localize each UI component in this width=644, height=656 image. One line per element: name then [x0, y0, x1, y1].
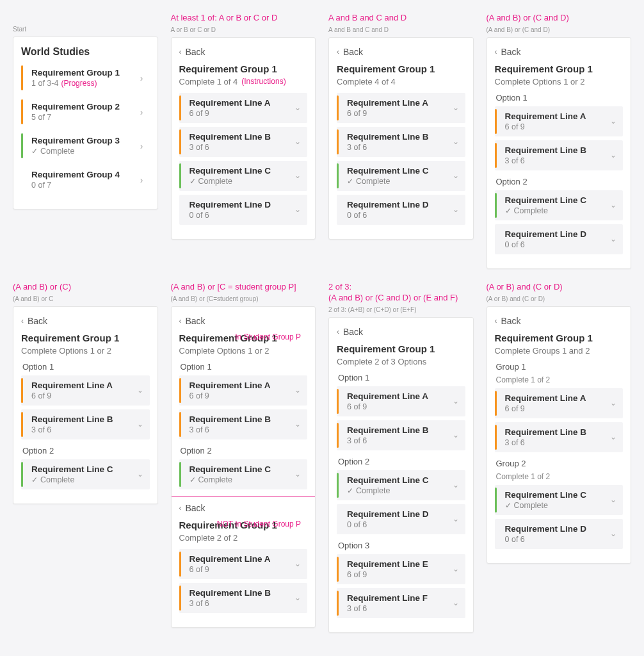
row-subtitle: ✓Complete — [505, 501, 611, 510]
requirement-row[interactable]: Requirement Line E6 of 9⌄ — [337, 554, 465, 584]
check-icon: ✓ — [505, 501, 511, 510]
page-title: Requirement Group 1 — [179, 63, 308, 74]
chevron-down-icon: ⌄ — [610, 398, 616, 407]
chevron-left-icon: ‹ — [495, 316, 497, 325]
back-button[interactable]: ‹Back — [337, 327, 465, 337]
requirement-row[interactable]: Requirement Group 3✓Complete› — [21, 131, 150, 161]
chevron-down-icon: ⌄ — [137, 470, 143, 479]
requirement-row[interactable]: Requirement Line C✓Complete⌄ — [337, 470, 465, 500]
requirement-row[interactable]: Requirement Group 11 of 3-4(Progress)› — [21, 63, 150, 93]
back-button[interactable]: ‹Back — [179, 47, 308, 57]
status-stripe — [337, 557, 339, 582]
requirement-row[interactable]: Requirement Line B3 of 6⌄ — [179, 127, 308, 157]
back-button[interactable]: ‹Back — [337, 47, 465, 57]
chevron-down-icon: ⌄ — [294, 103, 301, 112]
row-subtitle: ✓Complete — [347, 486, 453, 495]
requirement-row[interactable]: Requirement Line A6 of 9⌄ — [179, 549, 308, 579]
requirement-row[interactable]: Requirement Line C✓Complete⌄ — [495, 190, 624, 220]
requirement-row[interactable]: Requirement Line D0 of 6⌄ — [337, 195, 465, 225]
instructions: Complete Options 1 or 2 — [495, 77, 624, 86]
row-title: Requirement Line B — [505, 427, 611, 437]
status-stripe — [337, 591, 339, 616]
chevron-down-icon: ⌄ — [294, 559, 301, 568]
requirement-row[interactable]: Requirement Line B3 of 6⌄ — [179, 409, 308, 439]
requirement-row[interactable]: Requirement Line A6 of 9⌄ — [21, 375, 150, 406]
requirement-row[interactable]: Requirement Line D0 of 6⌄ — [495, 224, 624, 254]
chevron-left-icon: ‹ — [179, 316, 182, 325]
annotation: In Student Group P — [235, 332, 301, 343]
row-subtitle: ✓Complete — [31, 475, 137, 484]
chevron-down-icon: ⌄ — [294, 593, 301, 602]
section-sublabel: Complete 1 of 2 — [496, 472, 624, 481]
chevron-down-icon: ⌄ — [453, 103, 459, 112]
back-button[interactable]: ‹Back — [179, 503, 308, 513]
row-title: Requirement Line A — [31, 381, 137, 390]
requirement-row[interactable]: Requirement Line A6 of 9⌄ — [337, 386, 465, 416]
requirement-row[interactable]: Requirement Line B3 of 6⌄ — [495, 140, 624, 170]
requirement-row[interactable]: Requirement Line A6 of 9⌄ — [179, 93, 308, 123]
back-label: Back — [501, 47, 521, 57]
requirement-row[interactable]: Requirement Line B3 of 6⌄ — [337, 420, 465, 450]
requirement-row[interactable]: Requirement Line A6 of 9⌄ — [179, 375, 308, 406]
requirement-row[interactable]: Requirement Line D0 of 6⌄ — [495, 519, 624, 549]
row-title: Requirement Line C — [505, 490, 611, 500]
requirement-row[interactable]: Requirement Line A6 of 9⌄ — [495, 106, 624, 136]
row-title: Requirement Line B — [189, 588, 295, 598]
page-title: Requirement Group 1 — [337, 63, 465, 74]
back-button[interactable]: ‹Back — [179, 316, 308, 326]
status-stripe — [495, 521, 497, 546]
mock-panel: ‹BackRequirement Group 1Complete 2 of 3 … — [328, 317, 474, 633]
requirement-row[interactable]: Requirement Line B3 of 6⌄ — [21, 409, 150, 439]
requirement-row[interactable]: Requirement Line B3 of 6⌄ — [337, 127, 465, 157]
back-button[interactable]: ‹Back — [21, 316, 150, 326]
status-stripe — [179, 163, 181, 188]
chevron-left-icon: ‹ — [179, 504, 182, 512]
requirement-row[interactable]: Requirement Line A6 of 9⌄ — [495, 388, 624, 418]
cell-heading: (A or B) and (C or D) — [487, 282, 632, 293]
status-stripe — [495, 425, 497, 450]
cell-heading — [13, 13, 158, 23]
requirement-row[interactable]: Requirement Line D0 of 6⌄ — [337, 504, 465, 534]
status-stripe — [337, 423, 339, 448]
chevron-left-icon: ‹ — [21, 316, 24, 325]
back-button[interactable]: ‹Back — [495, 47, 624, 57]
requirement-row[interactable]: Requirement Line C✓Complete⌄ — [21, 459, 150, 489]
requirement-row[interactable]: Requirement Line C✓Complete⌄ — [179, 161, 308, 191]
cell-subheading: (A or B) and (C or D) — [487, 295, 632, 302]
chevron-right-icon: › — [140, 175, 143, 185]
row-subtitle: 6 of 9 — [347, 109, 453, 118]
requirement-row[interactable]: Requirement Line F3 of 6⌄ — [337, 588, 465, 618]
requirement-row[interactable]: Requirement Line B3 of 6⌄ — [495, 422, 624, 452]
section-label: Option 1 — [181, 362, 308, 372]
row-subtitle: 0 of 6 — [347, 211, 453, 220]
chevron-left-icon: ‹ — [495, 47, 497, 56]
requirement-row[interactable]: Requirement Line C✓Complete⌄ — [337, 161, 465, 191]
chevron-down-icon: ⌄ — [610, 117, 616, 126]
section-label: Option 2 — [22, 446, 150, 455]
requirement-row[interactable]: Requirement Line C✓Complete⌄ — [179, 459, 308, 489]
requirement-row[interactable]: Requirement Line C✓Complete⌄ — [495, 485, 624, 515]
row-subtitle: 3 of 6 — [189, 599, 295, 608]
requirement-row[interactable]: Requirement Line D0 of 6⌄ — [179, 195, 308, 225]
requirement-row[interactable]: Requirement Line A6 of 9⌄ — [337, 93, 465, 123]
chevron-down-icon: ⌄ — [453, 137, 459, 146]
chevron-right-icon: › — [140, 107, 143, 117]
status-stripe — [337, 163, 339, 188]
row-subtitle: 6 of 9 — [347, 570, 453, 579]
design-cell: StartWorld StudiesRequirement Group 11 o… — [13, 13, 158, 269]
design-cell: (A or B) and (C or D)(A or B) and (C or … — [487, 282, 632, 633]
mock-panel: ‹BackRequirement Group 1Complete Options… — [487, 37, 632, 269]
status-stripe — [21, 99, 23, 124]
row-subtitle: 0 of 6 — [505, 535, 611, 544]
requirement-row[interactable]: Requirement Line B3 of 6⌄ — [179, 583, 308, 613]
back-button[interactable]: ‹Back — [495, 316, 624, 326]
requirement-row[interactable]: Requirement Group 25 of 7› — [21, 97, 150, 127]
requirement-row[interactable]: Requirement Group 40 of 7› — [21, 165, 150, 195]
check-icon: ✓ — [347, 486, 353, 495]
status-stripe — [179, 197, 181, 222]
chevron-down-icon: ⌄ — [453, 564, 459, 573]
status-stripe — [179, 95, 181, 120]
chevron-down-icon: ⌄ — [610, 432, 616, 441]
back-label: Back — [343, 47, 363, 57]
row-title: Requirement Line A — [189, 554, 295, 564]
